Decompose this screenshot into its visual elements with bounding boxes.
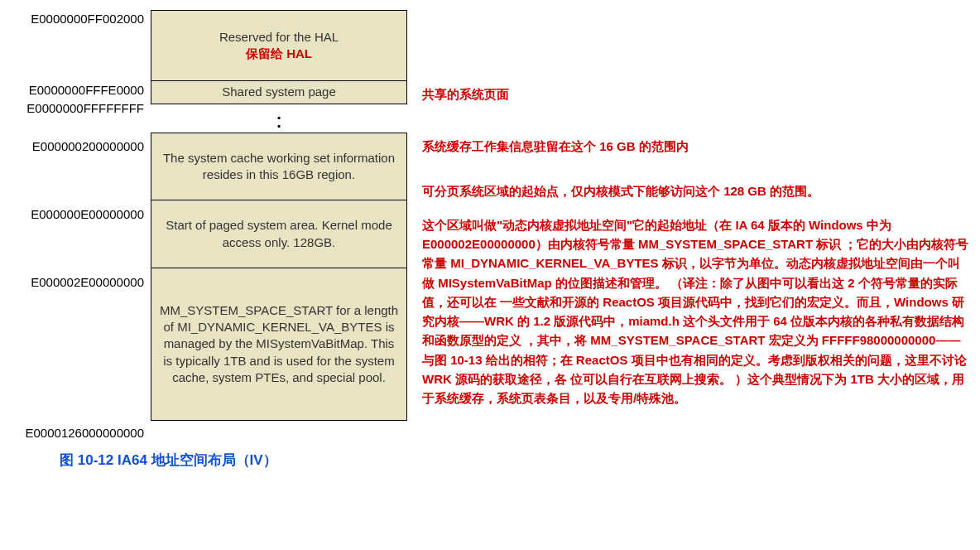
addr-label: E000000200000000	[10, 138, 144, 156]
block-hal-en: Reserved for the HAL	[158, 29, 400, 46]
addr-label: E0000000FFFE0000	[10, 81, 144, 99]
addr-label: E0000000FF002000	[10, 10, 144, 28]
annotation-mm: 这个区域叫做"动态内核虚拟地址空间"它的起始地址（在 IA 64 版本的 Win…	[422, 215, 970, 408]
diagram-container: E0000000FF002000 E0000000FFFE0000 E00000…	[10, 10, 970, 470]
annotation-shared: 共享的系统页面	[422, 84, 970, 104]
addr-label: E000000E00000000	[10, 205, 144, 224]
annotation-cache: 系统缓存工作集信息驻留在这个 16 GB 的范围内	[422, 137, 970, 156]
block-hal: Reserved for the HAL 保留给 HAL	[151, 10, 407, 81]
figure-caption: 图 10-12 IA64 地址空间布局（IV）	[10, 451, 144, 470]
block-paged: Start of paged system area. Kernel mode …	[151, 200, 407, 268]
annotation-paged: 可分页系统区域的起始点，仅内核模式下能够访问这个 128 GB 的范围。	[422, 181, 970, 200]
block-shared: Shared system page	[151, 81, 407, 104]
address-column: E0000000FF002000 E0000000FFFE0000 E00000…	[10, 10, 151, 470]
addr-label: E0000126000000000	[10, 424, 144, 442]
block-column: Reserved for the HAL 保留给 HAL Shared syst…	[151, 10, 407, 470]
block-cache: The system cache working set information…	[151, 133, 407, 200]
annotation-column: 共享的系统页面 系统缓存工作集信息驻留在这个 16 GB 的范围内 可分页系统区…	[407, 10, 970, 470]
addr-label: E0000000FFFFFFFF	[10, 99, 144, 118]
block-mm: MM_SYSTEM_SPACE_START for a length of MI…	[151, 268, 407, 421]
ellipsis-dots: ..	[151, 104, 407, 133]
addr-label: E000002E00000000	[10, 273, 144, 292]
block-hal-zh: 保留给 HAL	[158, 46, 400, 62]
